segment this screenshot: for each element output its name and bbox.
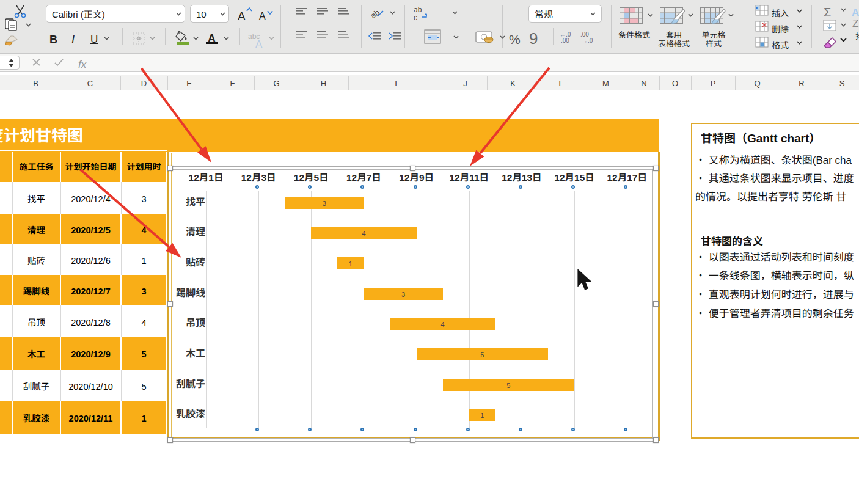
svg-text:c: c <box>414 12 417 22</box>
svg-text:→.0: →.0 <box>582 35 593 44</box>
svg-text:ab: ab <box>370 6 382 21</box>
svg-text:.00: .00 <box>561 35 569 44</box>
